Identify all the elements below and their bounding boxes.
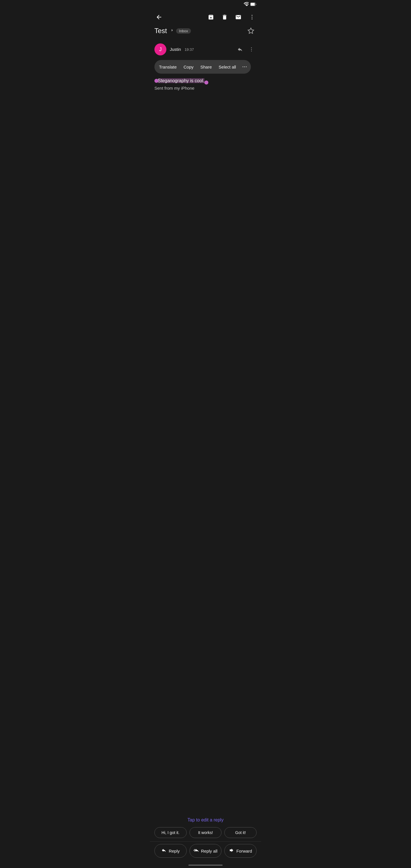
svg-rect-2 [251,3,255,5]
share-menu-item[interactable]: Share [197,62,215,72]
email-subject: Test [154,27,167,35]
battery-icon [250,2,257,7]
svg-point-7 [251,49,252,50]
context-menu-more-button[interactable] [240,62,250,72]
message-time: 19:37 [185,48,194,52]
selection-handle-right [204,81,208,85]
sent-from-text: Sent from my iPhone [154,86,257,91]
sender-name: Justin [170,47,181,52]
email-message: J Justin 19:37 Translate Copy Sha [150,41,261,93]
toolbar-actions [205,11,258,23]
svg-point-8 [251,51,252,52]
svg-point-5 [252,19,253,20]
message-content: Steganography is cool. Sent from my iPho… [154,77,257,91]
svg-point-4 [252,17,253,18]
subject-area: Test Inbox [150,25,261,41]
more-options-button[interactable] [246,11,258,23]
translate-menu-item[interactable]: Translate [156,62,180,72]
star-button[interactable] [245,25,257,36]
delete-button[interactable] [219,11,230,23]
label-arrow-icon [169,27,175,34]
status-icons [244,2,257,7]
svg-point-0 [246,5,247,6]
message-text-selected[interactable]: Steganography is cool. [154,77,257,85]
svg-point-11 [246,66,247,67]
mark-unread-button[interactable] [232,11,244,23]
svg-point-6 [251,48,252,48]
archive-button[interactable] [205,11,217,23]
sender-avatar: J [154,43,166,55]
message-actions [235,44,257,55]
selected-text[interactable]: Steganography is cool. [158,78,204,83]
select-all-menu-item[interactable]: Select all [215,62,240,72]
back-button[interactable] [153,11,165,23]
svg-point-3 [252,15,253,16]
inbox-label[interactable]: Inbox [176,28,191,34]
quick-reply-button[interactable] [235,44,245,55]
message-more-button[interactable] [246,44,257,55]
sender-info: Justin 19:37 [170,47,235,52]
wifi-icon [244,2,249,7]
status-bar [150,0,261,9]
svg-point-10 [244,66,245,67]
copy-menu-item[interactable]: Copy [180,62,197,72]
svg-point-9 [243,66,244,67]
top-toolbar [150,9,261,25]
context-menu: Translate Copy Share Select all [154,60,251,74]
message-header: J Justin 19:37 [154,43,257,55]
